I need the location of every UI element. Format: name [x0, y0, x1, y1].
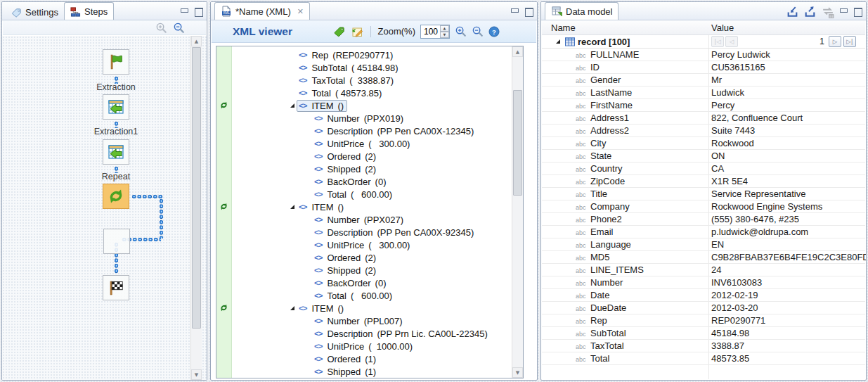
tag-icon[interactable]: [333, 25, 346, 38]
expand-triangle-icon[interactable]: [288, 304, 298, 313]
data-model-row[interactable]: abc Address2 Suite 7443: [542, 125, 865, 137]
import-data-icon[interactable]: [786, 6, 799, 19]
xml-tree-row[interactable]: <> ITEM (): [216, 302, 512, 314]
xml-tree-row[interactable]: <> UnitPrice ( 1000.00): [216, 340, 512, 352]
zoom-out-icon[interactable]: [173, 22, 185, 34]
last-record-button[interactable]: ▷|: [843, 36, 856, 47]
step-node-extraction1[interactable]: [103, 139, 129, 165]
maximize-icon[interactable]: [524, 7, 533, 15]
tab-steps[interactable]: Steps: [64, 2, 114, 20]
step-node-extraction[interactable]: [103, 94, 129, 120]
data-model-row[interactable]: abc FirstName Percy: [542, 99, 865, 112]
xml-node[interactable]: <> Ordered (1): [314, 354, 376, 364]
data-model-row[interactable]: abc Language EN: [542, 238, 865, 251]
xml-tree-row[interactable]: <> Shipped (2): [216, 264, 512, 276]
xml-tree-row[interactable]: <> Total ( 600.00): [216, 289, 512, 302]
xml-node[interactable]: <> ITEM (): [299, 202, 344, 212]
data-model-row[interactable]: abc SubTotal 45184.98: [542, 327, 865, 340]
xml-node[interactable]: <> TaxTotal ( 3388.87): [299, 75, 394, 86]
data-model-row[interactable]: abc TaxTotal 3388.87: [542, 340, 865, 352]
xml-node[interactable]: <> Total ( 600.00): [314, 189, 392, 200]
xml-node[interactable]: <> UnitPrice ( 1000.00): [314, 341, 413, 352]
xml-node[interactable]: <> Rep (REP0290771): [299, 50, 393, 61]
xml-tree-row[interactable]: <> SubTotal ( 45184.98): [216, 61, 512, 74]
steps-scrollbar[interactable]: ▲ ▼: [190, 36, 202, 380]
expand-triangle-icon[interactable]: [288, 101, 298, 110]
edit-icon[interactable]: [351, 25, 363, 38]
xml-node[interactable]: <> Total ( 48573.85): [299, 88, 382, 98]
xml-tree-row[interactable]: <> Number (PPX027): [216, 213, 512, 226]
xml-scrollbar[interactable]: ▲ ▼: [512, 46, 523, 378]
minimize-icon[interactable]: [839, 7, 848, 15]
data-model-row[interactable]: abc Email p.ludwick@oldrupa.com: [542, 226, 865, 238]
xml-tree-row[interactable]: <> Description (PP Prn Lic. CA00L-22345): [216, 327, 512, 340]
previous-record-button[interactable]: ◁: [725, 36, 738, 47]
data-model-row[interactable]: abc State ON: [542, 150, 865, 163]
xml-node[interactable]: <> SubTotal ( 45184.98): [299, 63, 399, 73]
xml-node[interactable]: <> Total ( 600.00): [314, 291, 392, 301]
step-node-empty[interactable]: [103, 229, 130, 254]
data-model-row[interactable]: abc Number INV6103083: [542, 276, 865, 289]
scrollbar-thumb[interactable]: [192, 47, 201, 329]
xml-tree-row[interactable]: <> Shipped (1): [216, 365, 512, 378]
data-model-row[interactable]: abc LastName Ludwick: [542, 87, 865, 99]
xml-node[interactable]: <> Shipped (1): [314, 367, 376, 377]
xml-tree-row[interactable]: <> UnitPrice ( 300.00): [216, 137, 512, 150]
tab-data-model[interactable]: Data model: [545, 2, 618, 20]
tab-xml-document[interactable]: XML *Name (XML) ✕: [214, 2, 310, 20]
xml-tree-row[interactable]: <> BackOrder (0): [216, 276, 512, 289]
xml-tree-row[interactable]: <> Number (PPX019): [216, 112, 512, 125]
expand-triangle-icon[interactable]: [555, 39, 562, 46]
xml-node[interactable]: <> Number (PPX027): [314, 215, 403, 225]
step-node-goal[interactable]: [103, 275, 129, 300]
maximize-icon[interactable]: [853, 7, 862, 15]
data-model-row[interactable]: abc ZipCode X1R 5E4: [542, 175, 865, 188]
data-model-row[interactable]: abc Gender Mr: [542, 74, 865, 87]
minimize-icon[interactable]: [510, 7, 519, 15]
xml-node[interactable]: <> ITEM (): [299, 303, 344, 314]
export-data-icon[interactable]: [803, 6, 817, 19]
xml-node[interactable]: <> Description (PP Pen CA00X-92345): [314, 227, 474, 238]
first-record-button[interactable]: |◁: [711, 36, 724, 47]
maximize-icon[interactable]: [194, 7, 202, 15]
xml-node[interactable]: <> ITEM (): [297, 100, 347, 112]
minimize-icon[interactable]: [180, 7, 188, 15]
scrollbar-thumb[interactable]: [513, 90, 522, 196]
xml-node[interactable]: <> Number (PPX019): [314, 113, 403, 124]
scroll-down-icon[interactable]: ▼: [191, 369, 202, 380]
sync-icon[interactable]: [821, 6, 835, 19]
xml-node[interactable]: <> Description (PP Prn Lic. CA00L-22345): [314, 329, 488, 339]
xml-node[interactable]: <> BackOrder (0): [314, 177, 386, 187]
xml-tree-row[interactable]: <> Ordered (2): [216, 251, 512, 264]
record-row[interactable]: record [100] |◁ ◁ 1 ▷ ▷|: [542, 35, 865, 49]
data-model-row[interactable]: abc ID CU53615165: [542, 61, 865, 74]
xml-node[interactable]: <> Number (PPL007): [314, 316, 403, 326]
xml-tree-row[interactable]: <> Description (PP Pen CA00X-92345): [216, 226, 512, 238]
close-icon[interactable]: ✕: [297, 7, 304, 16]
xml-node[interactable]: <> BackOrder (0): [314, 278, 386, 288]
data-model-row[interactable]: abc Total 48573.85: [542, 352, 865, 365]
xml-tree-row[interactable]: <> UnitPrice ( 300.00): [216, 238, 512, 251]
xml-node[interactable]: <> Ordered (2): [314, 151, 376, 162]
xml-node[interactable]: <> UnitPrice ( 300.00): [314, 240, 410, 250]
xml-tree-row[interactable]: <> ITEM (): [216, 200, 512, 213]
xml-node[interactable]: <> Description (PP Pen CA00X-12345): [314, 126, 474, 136]
xml-tree-row[interactable]: <> ITEM (): [216, 99, 512, 112]
xml-tree-row[interactable]: <> Total ( 48573.85): [216, 87, 512, 99]
data-model-row[interactable]: abc LINE_ITEMS 24: [542, 264, 865, 276]
zoom-in-icon[interactable]: [455, 25, 467, 37]
data-model-row[interactable]: abc FULLNAME Percy Ludwick: [542, 49, 865, 61]
xml-tree-row[interactable]: <> Rep (REP0290771): [216, 49, 512, 61]
zoom-in-icon[interactable]: [155, 22, 167, 34]
xml-tree-row[interactable]: <> TaxTotal ( 3388.87): [216, 74, 512, 87]
xml-node[interactable]: <> Shipped (2): [314, 265, 376, 276]
spin-up-icon[interactable]: ▲: [440, 25, 449, 32]
xml-tree-row[interactable]: <> Ordered (2): [216, 150, 512, 163]
xml-tree-row[interactable]: <> Ordered (1): [216, 352, 512, 365]
next-record-button[interactable]: ▷: [829, 36, 841, 47]
scroll-up-icon[interactable]: ▲: [191, 36, 202, 46]
xml-tree-row[interactable]: <> Number (PPL007): [216, 314, 512, 327]
tab-settings[interactable]: Settings: [6, 4, 64, 20]
data-model-row[interactable]: abc DueDate 2012-03-20: [542, 302, 865, 314]
xml-tree-row[interactable]: <> Description (PP Pen CA00X-12345): [216, 125, 512, 137]
